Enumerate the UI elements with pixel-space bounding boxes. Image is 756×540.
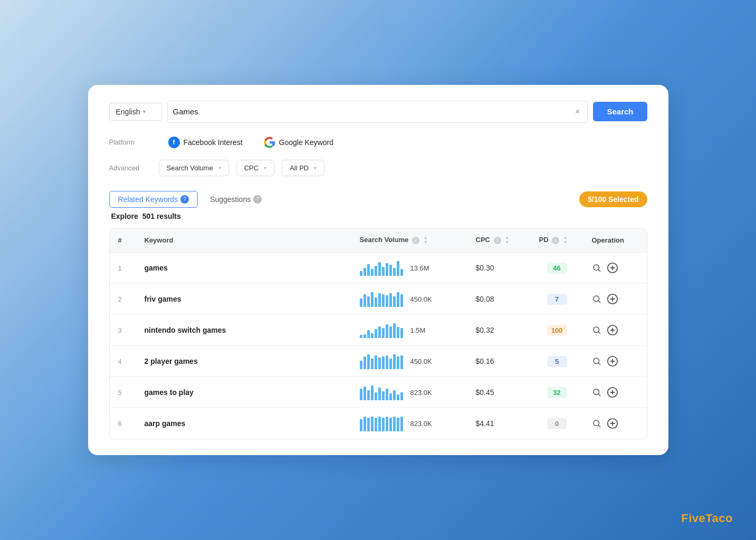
pd-badge: 46	[547, 263, 567, 274]
operation-cell	[583, 315, 647, 346]
operation-buttons	[592, 262, 638, 274]
col-header-search-volume[interactable]: Search Volume i ▲▼	[351, 228, 467, 253]
tabs-left: Related Keywords ? Suggestions ?	[109, 191, 271, 208]
svg-point-10	[594, 327, 599, 333]
chevron-down-icon: ▾	[218, 165, 221, 171]
col-header-cpc[interactable]: CPC i ▲▼	[467, 228, 531, 253]
search-volume-label: Search Volume	[167, 164, 213, 172]
row-search-button[interactable]	[592, 294, 601, 304]
svg-line-6	[598, 301, 600, 303]
pd-filter[interactable]: All PD ▾	[282, 160, 324, 176]
row-add-button[interactable]	[607, 387, 618, 398]
pd-cell: 7	[531, 284, 583, 315]
tab-suggestions-label: Suggestions	[210, 195, 251, 204]
advanced-row: Advanced Search Volume ▾ CPC ▾ All PD ▾	[109, 160, 647, 176]
keyword-cell: aarp games	[136, 408, 351, 439]
svg-point-5	[594, 296, 599, 302]
branding: FiveTaco	[681, 512, 733, 525]
volume-value: 13.6M	[410, 264, 429, 272]
cpc-filter[interactable]: CPC ▾	[236, 160, 274, 176]
cpc-sort[interactable]: ▲▼	[505, 236, 509, 245]
volume-value: 823.0K	[410, 389, 432, 397]
pd-header-label: PD	[539, 236, 549, 244]
keyword-cell: nintendo switch games	[136, 315, 351, 346]
row-add-button[interactable]	[607, 324, 618, 336]
col-header-keyword: Keyword	[136, 228, 351, 253]
search-volume-header-label: Search Volume	[360, 236, 409, 244]
row-num: 4	[110, 346, 136, 377]
search-volume-filter[interactable]: Search Volume ▾	[159, 160, 229, 176]
volume-cell: 823.0K	[351, 408, 467, 439]
brand-part1: Five	[681, 512, 705, 525]
operation-cell	[583, 408, 647, 439]
pd-cell: 32	[531, 377, 583, 408]
tab-suggestions-info-icon: ?	[253, 195, 262, 204]
cpc-label: CPC	[244, 164, 259, 172]
clear-button[interactable]: ×	[573, 107, 582, 117]
language-select[interactable]: English ▾	[109, 103, 162, 121]
pd-label: All PD	[290, 164, 309, 172]
cpc-cell: $0.08	[467, 284, 531, 315]
search-button[interactable]: Search	[593, 102, 647, 121]
pd-cell: 0	[531, 408, 583, 439]
tabs-row: Related Keywords ? Suggestions ? 5/100 S…	[109, 191, 647, 208]
tab-related-info-icon: ?	[180, 195, 189, 204]
pd-badge: 0	[547, 418, 567, 429]
svg-line-21	[598, 394, 600, 396]
google-icon	[264, 137, 275, 148]
search-volume-info-icon: i	[412, 237, 419, 244]
operation-buttons	[592, 387, 638, 398]
pd-badge: 32	[547, 387, 567, 398]
cpc-info-icon: i	[494, 237, 501, 244]
volume-value: 450.0K	[410, 295, 432, 303]
row-num: 1	[110, 253, 136, 284]
pd-badge: 5	[547, 356, 567, 367]
operation-buttons	[592, 355, 638, 367]
search-volume-sort[interactable]: ▲▼	[424, 236, 428, 245]
row-add-button[interactable]	[607, 262, 618, 274]
cpc-header-label: CPC	[476, 236, 490, 244]
platform-facebook[interactable]: f Facebook Interest	[164, 134, 247, 150]
operation-buttons	[592, 418, 638, 429]
chevron-down-icon: ▾	[264, 165, 266, 171]
table-row: 5games to play823.0K$0.4532	[110, 377, 647, 408]
row-num: 2	[110, 284, 136, 315]
mini-bar-chart	[360, 353, 403, 369]
col-header-operation: Operation	[583, 228, 647, 253]
pd-sort[interactable]: ▲▼	[563, 236, 568, 245]
pd-cell: 46	[531, 253, 583, 284]
cpc-cell: $0.30	[467, 253, 531, 284]
table-row: 1games13.6M$0.3046	[110, 253, 647, 284]
chevron-down-icon: ▾	[314, 165, 317, 171]
row-add-button[interactable]	[607, 293, 618, 305]
row-search-button[interactable]	[592, 263, 601, 273]
results-number: 501	[142, 212, 155, 220]
svg-line-11	[598, 332, 600, 334]
keyword-cell: 2 player games	[136, 346, 351, 377]
keyword-cell: games	[136, 253, 351, 284]
volume-value: 450.0K	[410, 358, 432, 365]
col-header-num: #	[110, 228, 136, 253]
pd-cell: 100	[531, 315, 583, 346]
platform-label: Platform	[109, 138, 151, 146]
row-add-button[interactable]	[607, 418, 618, 429]
platform-google[interactable]: Google Keyword	[260, 134, 338, 150]
mini-bar-chart	[360, 416, 403, 431]
row-add-button[interactable]	[607, 355, 618, 367]
row-search-button[interactable]	[592, 325, 601, 335]
platform-row: Platform f Facebook Interest Google Keyw…	[109, 134, 647, 150]
facebook-icon: f	[168, 137, 180, 148]
volume-cell: 450.0K	[351, 284, 467, 315]
svg-line-26	[598, 426, 600, 427]
tab-suggestions[interactable]: Suggestions ?	[201, 191, 271, 208]
row-search-button[interactable]	[592, 419, 601, 428]
row-search-button[interactable]	[592, 356, 601, 366]
keyword-cell: games to play	[136, 377, 351, 408]
row-search-button[interactable]	[592, 388, 601, 397]
col-header-pd[interactable]: PD i ▲▼	[531, 228, 583, 253]
pd-cell: 5	[531, 346, 583, 377]
cpc-cell: $4.41	[467, 408, 531, 439]
search-input[interactable]	[173, 107, 573, 116]
svg-point-25	[594, 420, 599, 426]
tab-related-keywords[interactable]: Related Keywords ?	[109, 191, 198, 208]
